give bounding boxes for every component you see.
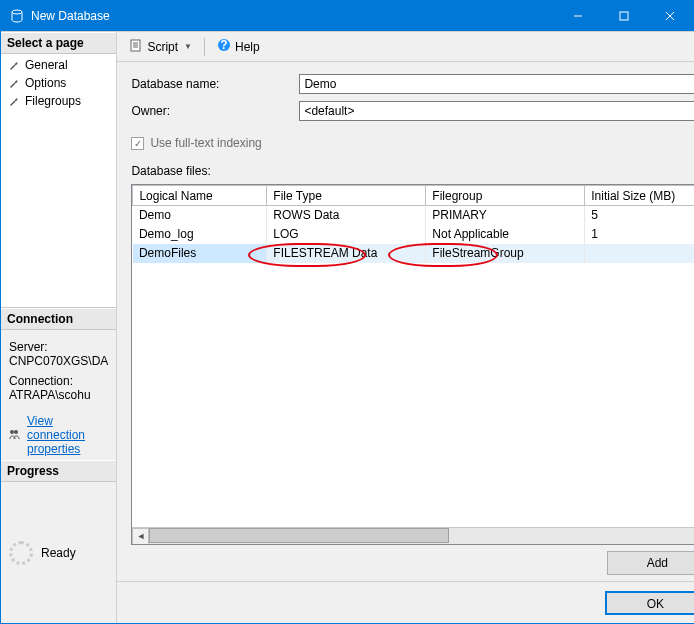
svg-text:?: ? (220, 38, 227, 52)
progress-status: Ready (41, 546, 76, 560)
properties-icon (9, 428, 23, 443)
col-filegroup[interactable]: Filegroup (426, 186, 585, 206)
col-file-type[interactable]: File Type (267, 186, 426, 206)
chevron-down-icon[interactable]: ▼ (184, 42, 192, 51)
toolbar-separator (204, 38, 205, 56)
dialog-footer: OK Cancel (117, 581, 694, 623)
minimize-button[interactable] (555, 1, 601, 31)
maximize-button[interactable] (601, 1, 647, 31)
help-icon: ? (217, 38, 231, 55)
svg-point-5 (10, 430, 14, 434)
table-row[interactable]: Demo_log LOG Not Applicable 1 By 10 perc (133, 225, 694, 244)
progress-header: Progress (1, 460, 116, 482)
titlebar[interactable]: New Database (1, 1, 693, 31)
cell-logical[interactable]: Demo_log (133, 225, 267, 244)
scroll-thumb[interactable] (149, 528, 449, 543)
cell-ftype[interactable]: LOG (267, 225, 426, 244)
left-pane: Select a page General Options Filegroups… (1, 31, 117, 623)
cell-fgroup[interactable]: Not Applicable (426, 225, 585, 244)
connection-info: Server: CNPC070XGS\DA Connection: ATRAPA… (1, 330, 116, 460)
owner-input[interactable] (299, 101, 694, 121)
col-initial-size[interactable]: Initial Size (MB) (585, 186, 694, 206)
svg-point-0 (12, 10, 22, 14)
cell-ftype[interactable]: ROWS Data (267, 206, 426, 225)
page-label: Filegroups (25, 94, 81, 108)
grid-header-row: Logical Name File Type Filegroup Initial… (133, 186, 694, 206)
page-label: General (25, 58, 68, 72)
script-label: Script (147, 40, 178, 54)
table-row[interactable]: Demo ROWS Data PRIMARY 5 By 10 perc (133, 206, 694, 225)
cell-size[interactable]: 5 (585, 206, 694, 225)
select-page-header: Select a page (1, 32, 116, 54)
progress-body: Ready (1, 482, 116, 623)
fulltext-checkbox: ✓ (131, 137, 144, 150)
help-button[interactable]: ? Help (213, 36, 264, 57)
view-connection-properties-link[interactable]: View connection properties (9, 414, 108, 456)
window-title: New Database (31, 9, 555, 23)
page-label: Options (25, 76, 66, 90)
script-button[interactable]: Script ▼ (125, 36, 196, 57)
database-files-grid[interactable]: Logical Name File Type Filegroup Initial… (131, 184, 694, 545)
page-item-options[interactable]: Options (1, 74, 116, 92)
toolbar: Script ▼ ? Help (117, 32, 694, 62)
col-logical-name[interactable]: Logical Name (133, 186, 267, 206)
new-database-dialog: New Database Select a page General Optio… (0, 0, 694, 624)
owner-label: Owner: (131, 104, 299, 118)
right-pane: Script ▼ ? Help Database name: Owner: .. (117, 31, 694, 623)
add-button[interactable]: Add (607, 551, 694, 575)
table-row-selected[interactable]: DemoFiles FILESTREAM Data FileStreamGrou… (133, 244, 694, 263)
connection-header: Connection (1, 308, 116, 330)
connection-label: Connection: (9, 374, 108, 388)
scroll-track[interactable] (149, 528, 694, 545)
app-icon (9, 8, 25, 24)
script-icon (129, 38, 143, 55)
files-label: Database files: (131, 164, 694, 178)
db-name-label: Database name: (131, 77, 299, 91)
page-item-filegroups[interactable]: Filegroups (1, 92, 116, 110)
server-value: CNPC070XGS\DA (9, 354, 108, 368)
page-item-general[interactable]: General (1, 56, 116, 74)
horizontal-scrollbar[interactable]: ◄ ► (132, 527, 694, 544)
server-label: Server: (9, 340, 108, 354)
svg-rect-2 (620, 12, 628, 20)
help-label: Help (235, 40, 260, 54)
cell-ftype[interactable]: FILESTREAM Data (267, 244, 426, 263)
svg-point-6 (14, 430, 18, 434)
ok-button[interactable]: OK (605, 591, 694, 615)
wrench-icon (7, 94, 21, 108)
fulltext-label: Use full-text indexing (150, 136, 261, 150)
progress-spinner-icon (9, 541, 33, 565)
link-text: View connection properties (27, 414, 108, 456)
cell-size[interactable] (585, 244, 694, 263)
wrench-icon (7, 58, 21, 72)
cell-size[interactable]: 1 (585, 225, 694, 244)
scroll-left-arrow[interactable]: ◄ (132, 528, 149, 545)
db-name-input[interactable] (299, 74, 694, 94)
page-list: General Options Filegroups (1, 54, 116, 308)
cell-fgroup[interactable]: PRIMARY (426, 206, 585, 225)
close-button[interactable] (647, 1, 693, 31)
cell-logical[interactable]: Demo (133, 206, 267, 225)
cell-logical[interactable]: DemoFiles (133, 244, 267, 263)
connection-value: ATRAPA\scohu (9, 388, 108, 402)
wrench-icon (7, 76, 21, 90)
cell-fgroup[interactable]: FileStreamGroup (426, 244, 585, 263)
